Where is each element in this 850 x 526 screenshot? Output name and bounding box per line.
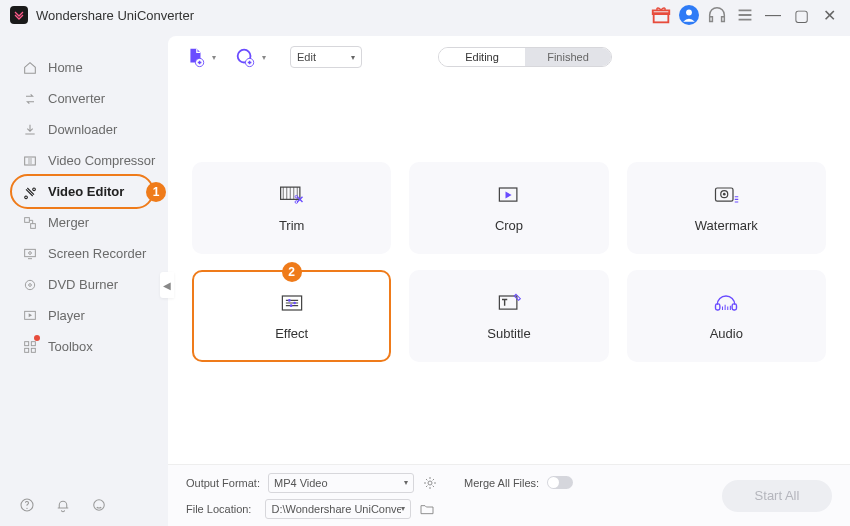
card-audio[interactable]: Audio (627, 270, 826, 362)
help-icon[interactable] (18, 496, 36, 514)
headset-icon[interactable] (706, 4, 728, 26)
close-button[interactable]: ✕ (818, 4, 840, 26)
output-format-select[interactable]: MP4 Video ▾ (268, 473, 414, 493)
svg-point-31 (289, 304, 292, 307)
svg-rect-6 (25, 249, 36, 256)
add-url-button[interactable]: ▾ (232, 46, 258, 68)
callout-frame (10, 174, 154, 209)
app-logo (10, 6, 28, 24)
sidebar-collapse-button[interactable]: ◀ (160, 272, 174, 298)
svg-point-16 (26, 508, 27, 509)
sidebar: Home Converter Downloader Video Compress… (0, 30, 168, 526)
svg-point-27 (723, 192, 726, 195)
minimize-button[interactable]: — (762, 4, 784, 26)
audio-icon (712, 292, 740, 314)
crop-icon (495, 184, 523, 206)
svg-point-22 (295, 195, 298, 198)
svg-rect-4 (25, 217, 30, 222)
tool-grid: Trim Crop Watermark 2 Effect Subtitle (168, 78, 850, 464)
sidebar-item-label: Player (48, 308, 85, 323)
svg-rect-13 (25, 348, 29, 352)
sidebar-item-converter[interactable]: Converter (0, 83, 168, 114)
card-effect[interactable]: 2 Effect (192, 270, 391, 362)
sidebar-item-screen-recorder[interactable]: Screen Recorder (0, 238, 168, 269)
sidebar-item-label: Merger (48, 215, 89, 230)
downloader-icon (22, 122, 38, 138)
start-all-label: Start All (755, 488, 800, 503)
open-folder-icon[interactable] (419, 501, 435, 517)
gift-icon[interactable] (650, 4, 672, 26)
notification-dot (34, 335, 40, 341)
callout-badge-2: 2 (282, 262, 302, 282)
sidebar-item-toolbox[interactable]: Toolbox (0, 331, 168, 362)
sidebar-item-label: DVD Burner (48, 277, 118, 292)
sidebar-item-dvd-burner[interactable]: DVD Burner (0, 269, 168, 300)
mode-select[interactable]: Edit ▾ (290, 46, 362, 68)
sidebar-footer (18, 496, 108, 514)
main-panel: ▾ ▾ Edit ▾ Editing Finished Trim Cro (168, 36, 850, 526)
watermark-icon (712, 184, 740, 206)
callout-badge-1: 1 (146, 182, 166, 202)
card-label: Crop (495, 218, 523, 233)
sidebar-item-label: Video Compressor (48, 153, 155, 168)
sidebar-item-video-editor[interactable]: Video Editor 1 (0, 176, 168, 207)
card-crop[interactable]: Crop (409, 162, 608, 254)
chevron-down-icon: ▾ (401, 504, 405, 513)
menu-icon[interactable] (734, 4, 756, 26)
output-format-value: MP4 Video (274, 477, 328, 489)
bottombar: Output Format: MP4 Video ▾ Merge All Fil… (168, 464, 850, 526)
sidebar-item-home[interactable]: Home (0, 52, 168, 83)
file-location-label: File Location: (186, 503, 251, 515)
card-trim[interactable]: Trim (192, 162, 391, 254)
card-watermark[interactable]: Watermark (627, 162, 826, 254)
card-label: Effect (275, 326, 308, 341)
maximize-button[interactable]: ▢ (790, 4, 812, 26)
avatar-icon[interactable] (678, 4, 700, 26)
sidebar-item-label: Toolbox (48, 339, 93, 354)
svg-point-9 (29, 283, 32, 286)
trim-icon (278, 184, 306, 206)
sidebar-item-label: Screen Recorder (48, 246, 146, 261)
sidebar-item-downloader[interactable]: Downloader (0, 114, 168, 145)
svg-rect-12 (31, 341, 35, 345)
svg-rect-33 (716, 303, 720, 309)
sidebar-item-label: Home (48, 60, 83, 75)
svg-point-35 (428, 481, 432, 485)
bell-icon[interactable] (54, 496, 72, 514)
feedback-icon[interactable] (90, 496, 108, 514)
sidebar-item-merger[interactable]: Merger (0, 207, 168, 238)
sidebar-item-compressor[interactable]: Video Compressor (0, 145, 168, 176)
output-format-label: Output Format: (186, 477, 260, 489)
file-location-value: D:\Wondershare UniConverter 1 (271, 503, 401, 515)
card-label: Audio (710, 326, 743, 341)
merge-label: Merge All Files: (464, 477, 539, 489)
toolbar: ▾ ▾ Edit ▾ Editing Finished (168, 36, 850, 78)
start-all-button[interactable]: Start All (722, 480, 832, 512)
svg-point-29 (288, 299, 291, 302)
tab-label: Editing (465, 51, 499, 63)
player-icon (22, 308, 38, 324)
svg-point-8 (25, 280, 34, 289)
card-label: Subtitle (487, 326, 530, 341)
sidebar-item-label: Downloader (48, 122, 117, 137)
app-title: Wondershare UniConverter (36, 8, 194, 23)
svg-point-17 (94, 500, 105, 511)
add-file-button[interactable]: ▾ (182, 46, 208, 68)
card-label: Trim (279, 218, 305, 233)
chevron-down-icon: ▾ (212, 53, 216, 62)
merge-toggle[interactable] (547, 476, 573, 489)
svg-rect-32 (499, 296, 517, 309)
tab-finished[interactable]: Finished (525, 48, 611, 66)
recorder-icon (22, 246, 38, 262)
card-label: Watermark (695, 218, 758, 233)
sidebar-item-player[interactable]: Player (0, 300, 168, 331)
chevron-down-icon: ▾ (262, 53, 266, 62)
file-location-select[interactable]: D:\Wondershare UniConverter 1 ▾ (265, 499, 411, 519)
chevron-down-icon: ▾ (404, 478, 408, 487)
settings-gear-icon[interactable] (422, 475, 438, 491)
merger-icon (22, 215, 38, 231)
card-subtitle[interactable]: Subtitle (409, 270, 608, 362)
effect-icon (278, 292, 306, 314)
chevron-down-icon: ▾ (351, 53, 355, 62)
tab-editing[interactable]: Editing (439, 48, 525, 66)
